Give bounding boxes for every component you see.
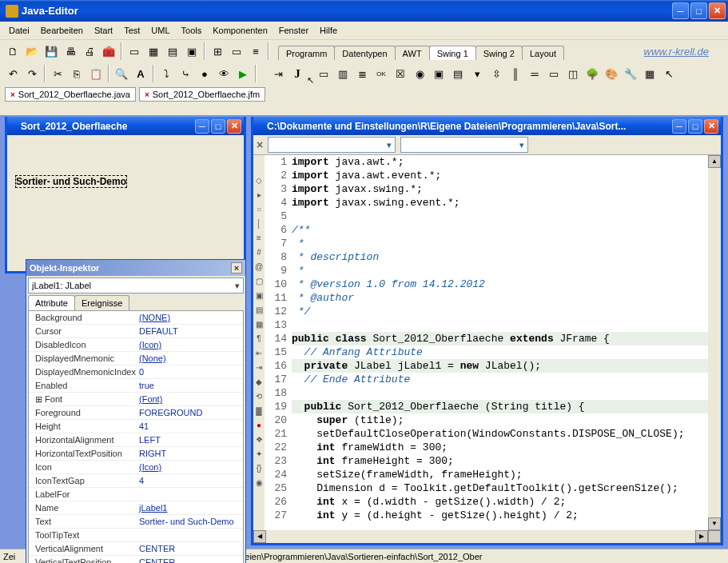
code-line[interactable]: 9 * xyxy=(265,264,708,278)
property-row[interactable]: DisplayedMnemonic(None) xyxy=(29,352,243,365)
memo-icon[interactable]: ≣ xyxy=(353,65,371,82)
code-line[interactable]: 19 public Sort_2012_Oberflaeche (String … xyxy=(265,400,708,413)
code-content[interactable]: 1import java.awt.*;2import java.awt.even… xyxy=(265,155,708,530)
property-value[interactable]: (Font) xyxy=(136,393,243,405)
property-row[interactable]: HorizontalAlignmentLEFT xyxy=(29,433,243,447)
print-icon[interactable]: 🖨 xyxy=(81,42,98,60)
property-value[interactable]: CENTER xyxy=(136,556,243,563)
left-icon[interactable]: ⇤ xyxy=(254,349,264,358)
block-icon[interactable]: {} xyxy=(254,464,264,473)
save-icon[interactable]: 💾 xyxy=(42,42,60,60)
property-value[interactable]: RIGHT xyxy=(136,447,243,460)
property-value[interactable]: FOREGROUND xyxy=(136,406,243,419)
tab-datentypen[interactable]: Datentypen xyxy=(334,46,395,60)
code-line[interactable]: 1import java.awt.*; xyxy=(265,155,708,169)
menu-start[interactable]: Start xyxy=(89,23,118,38)
indent-icon[interactable]: ⇥ xyxy=(269,65,287,82)
form-window-titlebar[interactable]: Sort_2012_Oberflaeche ─ □ ✕ xyxy=(7,117,244,135)
num-icon[interactable]: ≡ xyxy=(254,234,264,243)
code-line[interactable]: 18 xyxy=(265,386,708,400)
save-all-icon[interactable]: 🖶 xyxy=(62,42,79,60)
tab-programm[interactable]: Programm xyxy=(278,46,335,60)
textarea-icon[interactable]: ▥ xyxy=(334,65,352,82)
tab-awt[interactable]: AWT xyxy=(395,46,430,60)
property-value[interactable] xyxy=(136,488,243,501)
tab-layout[interactable]: Layout xyxy=(522,46,564,60)
property-value[interactable]: 4 xyxy=(136,474,243,487)
property-row[interactable]: DisabledIcon(Icon) xyxy=(29,338,243,352)
jlabel1[interactable]: Sortier- und Such-Demo xyxy=(15,175,127,188)
combobox-icon[interactable]: ▾ xyxy=(468,65,486,82)
loop-icon[interactable]: ⟲ xyxy=(254,392,264,401)
table-icon[interactable]: ▦ xyxy=(641,65,658,82)
code-line[interactable]: 5 xyxy=(265,210,708,223)
property-row[interactable]: LabelFor xyxy=(29,488,243,501)
break-icon[interactable]: ▓ xyxy=(254,406,264,416)
scroll-right-icon[interactable]: ▶ xyxy=(695,530,708,543)
cut-icon[interactable]: ✂ xyxy=(49,65,66,82)
code-nav-combo-1[interactable]: ▾ xyxy=(268,137,396,153)
breakpoint-icon[interactable]: ● xyxy=(196,65,213,82)
mark-icon[interactable]: ○ xyxy=(254,205,264,214)
property-row[interactable]: HorizontalTextPositionRIGHT xyxy=(29,447,243,461)
form-icon[interactable]: ▦ xyxy=(145,42,162,60)
scroll-up-icon[interactable]: ▲ xyxy=(708,155,721,168)
code-window-titlebar[interactable]: C:\Dokumente und Einstellungen\R\Eigene … xyxy=(253,117,721,135)
property-row[interactable]: IconTextGap4 xyxy=(29,474,243,488)
tile-icon[interactable]: ⊞ xyxy=(209,42,226,60)
menu-hilfe[interactable]: Hilfe xyxy=(314,23,343,38)
form-close-button[interactable]: ✕ xyxy=(227,119,241,134)
property-value[interactable]: true xyxy=(136,379,243,392)
code-line[interactable]: 4import javax.swing.event.*; xyxy=(265,196,708,210)
form-minimize-button[interactable]: ─ xyxy=(195,119,209,134)
end-icon[interactable]: ◉ xyxy=(254,478,264,488)
radio-icon[interactable]: ◉ xyxy=(411,65,428,82)
hscrollbar[interactable]: ◀ ▶ xyxy=(253,530,721,543)
right-icon[interactable]: ⇥ xyxy=(254,363,264,373)
step-over-icon[interactable]: ⤵ xyxy=(157,65,175,82)
spinner-icon[interactable]: ⇳ xyxy=(487,65,505,82)
code-line[interactable]: 20 super (title); xyxy=(265,413,708,427)
code-line[interactable]: 21 setDefaultCloseOperation(WindowConsta… xyxy=(265,427,708,441)
code-line[interactable]: 13 xyxy=(265,318,708,332)
class-icon[interactable]: ▣ xyxy=(183,42,201,60)
code-maximize-button[interactable]: □ xyxy=(688,119,702,134)
pointer-icon[interactable]: ↖ xyxy=(660,65,678,82)
property-row[interactable]: ⊞ Font(Font) xyxy=(29,393,243,406)
search-icon[interactable]: 🔍 xyxy=(113,65,130,82)
groupbox-icon[interactable]: ▣ xyxy=(430,65,448,82)
step-into-icon[interactable]: ⤷ xyxy=(177,65,194,82)
code-line[interactable]: 6/** xyxy=(265,223,708,237)
inspector-tab-attribute[interactable]: Attribute xyxy=(28,295,75,310)
property-value[interactable]: DEFAULT xyxy=(136,325,243,337)
menu-tools[interactable]: Tools xyxy=(176,23,208,38)
property-value[interactable]: CENTER xyxy=(136,542,243,555)
open-icon[interactable]: 📂 xyxy=(23,42,41,60)
watch-icon[interactable]: 👁 xyxy=(215,65,233,82)
bookmark-icon[interactable]: ◇ xyxy=(254,176,264,186)
property-row[interactable]: TextSortier- und Such-Demo xyxy=(29,515,243,529)
textfield-icon[interactable]: ▭ xyxy=(315,65,332,82)
code-close-x[interactable]: × xyxy=(257,138,263,151)
q-icon[interactable]: ❖ xyxy=(254,435,264,445)
property-row[interactable]: Enabledtrue xyxy=(29,379,243,393)
property-value[interactable]: Sortier- und Such-Demo xyxy=(136,515,243,528)
property-value[interactable]: jLabel1 xyxy=(136,501,243,514)
property-row[interactable]: Background(NONE) xyxy=(29,311,243,325)
menu-fenster[interactable]: Fenster xyxy=(273,23,314,38)
window-new-icon[interactable]: ▭ xyxy=(125,42,143,60)
property-value[interactable]: (None) xyxy=(136,352,243,365)
property-row[interactable]: ToolTipText xyxy=(29,529,243,542)
para-icon[interactable]: ¶ xyxy=(254,334,264,344)
code-nav-combo-2[interactable]: ▾ xyxy=(400,137,528,153)
property-value[interactable]: (Icon) xyxy=(136,461,243,473)
code-editor-window[interactable]: C:\Dokumente und Einstellungen\R\Eigene … xyxy=(251,117,723,545)
bp-icon[interactable]: ● xyxy=(254,421,264,430)
line-icon[interactable]: │ xyxy=(254,219,264,229)
code-line[interactable]: 23 int frameHeight = 300; xyxy=(265,454,708,468)
paste-icon[interactable]: 📋 xyxy=(87,65,105,82)
code-line[interactable]: 16 private JLabel jLabel1 = new JLabel()… xyxy=(265,359,708,373)
property-row[interactable]: CursorDEFAULT xyxy=(29,325,243,338)
inspector-object-combo[interactable]: jLabel1: JLabel▾ xyxy=(28,278,244,293)
tools-icon[interactable]: 🧰 xyxy=(100,42,117,60)
